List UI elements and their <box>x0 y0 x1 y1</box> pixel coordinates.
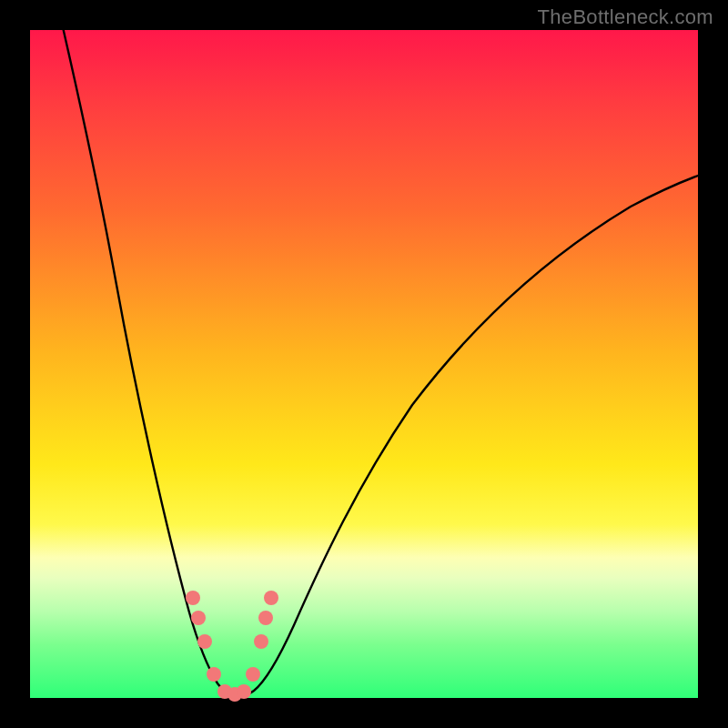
highlight-dot <box>186 591 200 605</box>
highlight-dot <box>237 684 251 699</box>
highlight-dot <box>258 611 273 625</box>
watermark-text: TheBottleneck.com <box>538 5 713 29</box>
highlight-dot <box>246 667 260 682</box>
highlight-dot <box>254 634 268 649</box>
highlight-dots <box>30 30 698 698</box>
chart-container: TheBottleneck.com <box>0 0 728 728</box>
highlight-dot <box>197 634 212 649</box>
plot-area <box>30 30 698 698</box>
highlight-dot <box>191 611 206 625</box>
highlight-dot <box>207 667 221 682</box>
highlight-dot <box>264 591 278 605</box>
